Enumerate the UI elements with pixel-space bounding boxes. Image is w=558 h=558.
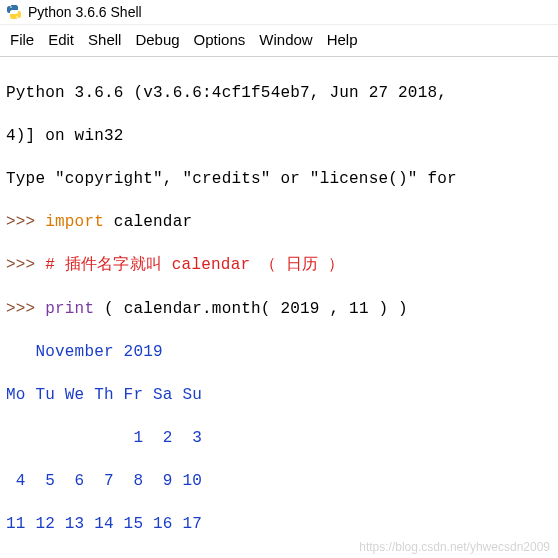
import-rest: calendar [104,213,192,231]
menu-window[interactable]: Window [259,31,312,48]
output-line-5: 11 12 13 14 15 16 17 [6,514,552,536]
input-line-2: >>> # 插件名字就叫 calendar （ 日历 ） [6,255,552,277]
banner-line-3: Type "copyright", "credits" or "license(… [6,169,552,191]
keyword-import: import [45,213,104,231]
print-rest: ( calendar.month( 2019 , 11 ) ) [94,300,408,318]
menu-shell[interactable]: Shell [88,31,121,48]
output-line-4: 4 5 6 7 8 9 10 [6,471,552,493]
menu-help[interactable]: Help [327,31,358,48]
input-line-1: >>> import calendar [6,212,552,234]
keyword-print: print [45,300,94,318]
menu-options[interactable]: Options [194,31,246,48]
menu-file[interactable]: File [10,31,34,48]
console[interactable]: Python 3.6.6 (v3.6.6:4cf1f54eb7, Jun 27 … [0,57,558,558]
output-line-3: 1 2 3 [6,428,552,450]
menu-edit[interactable]: Edit [48,31,74,48]
menubar: File Edit Shell Debug Options Window Hel… [0,25,558,57]
window-title: Python 3.6.6 Shell [28,4,142,20]
prompt: >>> [6,300,45,318]
svg-point-0 [10,6,12,8]
prompt: >>> [6,213,45,231]
output-line-1: November 2019 [6,342,552,364]
watermark: https://blog.csdn.net/yhwecsdn2009 [359,540,550,554]
titlebar: Python 3.6.6 Shell [0,0,558,25]
comment-text: # 插件名字就叫 calendar （ 日历 ） [45,256,344,274]
svg-point-1 [16,16,18,18]
output-line-2: Mo Tu We Th Fr Sa Su [6,385,552,407]
banner-line-1: Python 3.6.6 (v3.6.6:4cf1f54eb7, Jun 27 … [6,83,552,105]
banner-line-2: 4)] on win32 [6,126,552,148]
python-icon [6,4,22,20]
prompt: >>> [6,256,45,274]
menu-debug[interactable]: Debug [135,31,179,48]
input-line-3: >>> print ( calendar.month( 2019 , 11 ) … [6,299,552,321]
